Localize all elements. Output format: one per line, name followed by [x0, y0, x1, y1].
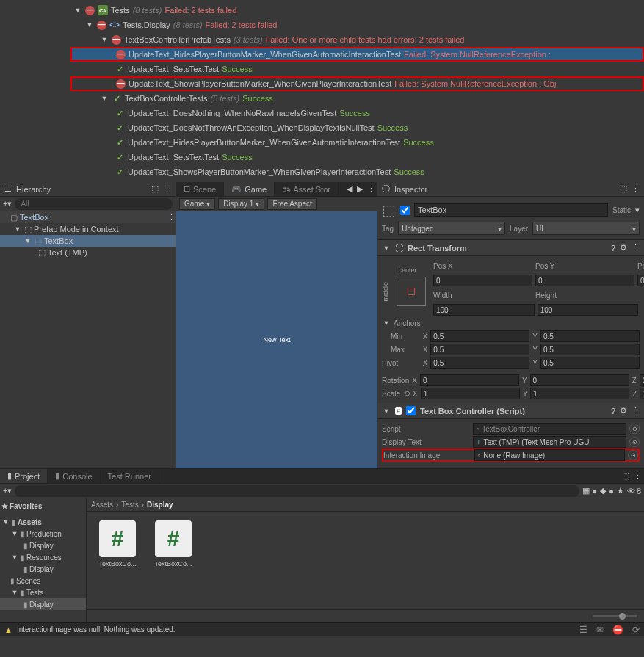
lock-icon[interactable]: ⬚ [151, 184, 159, 194]
asset-item[interactable]: #TextBoxCo... [151, 520, 195, 567]
tab-project[interactable]: ▮Project [0, 469, 48, 483]
layer-dropdown[interactable]: UI▾ [532, 222, 640, 235]
status-icon[interactable]: ✉ [596, 625, 604, 635]
scale-y[interactable] [530, 388, 629, 399]
help-icon[interactable]: ? [611, 244, 615, 253]
scale-z[interactable] [640, 388, 644, 399]
hierarchy-search[interactable] [15, 198, 173, 210]
scene-header[interactable]: ▢ TextBox ⋮ [0, 211, 176, 223]
menu-icon[interactable]: ⋮ [632, 184, 640, 194]
icon-size-slider[interactable] [593, 615, 637, 617]
menu-icon[interactable]: ⋮ [632, 406, 640, 415]
fold-icon[interactable]: ▼ [85, 21, 94, 29]
tab-scene[interactable]: ⊞Scene [176, 182, 224, 196]
tree-item[interactable]: ▼▮Production [0, 528, 86, 540]
fold-icon[interactable]: ▼ [73, 7, 82, 14]
prefab-mode-row[interactable]: ▼ ⬚ Prefab Mode in Context [0, 223, 176, 235]
posz-field[interactable] [637, 275, 644, 286]
anchor-max-y[interactable] [540, 344, 640, 355]
status-message[interactable]: InteractionImage was null. Nothing was u… [17, 625, 571, 634]
fold-icon[interactable]: ▼ [100, 95, 109, 102]
create-dropdown[interactable]: +▾ [3, 486, 12, 496]
crumb[interactable]: Tests [121, 501, 138, 509]
filter-icon[interactable]: ▦ [582, 486, 590, 496]
lock-icon[interactable]: ⬚ [620, 184, 627, 194]
create-dropdown[interactable]: +▾ [3, 199, 12, 208]
status-icon[interactable]: ☰ [579, 625, 587, 635]
component-enabled-checkbox[interactable] [406, 406, 416, 415]
tree-item[interactable]: ▮Display [0, 598, 86, 610]
menu-icon[interactable]: ⋮ [632, 243, 640, 253]
test-case-fail-2[interactable]: — UpdateText_ShowsPlayerButtonMarker_Whe… [70, 76, 644, 91]
fold-icon[interactable]: ▼ [10, 530, 19, 537]
fold-icon[interactable]: ▼ [382, 319, 391, 327]
rot-y[interactable] [530, 374, 629, 386]
static-dropdown[interactable]: ▾ [635, 206, 640, 215]
menu-icon[interactable]: ⋮ [163, 184, 171, 194]
interaction-image-field[interactable]: ▫None (Raw Image) [474, 449, 625, 461]
hierarchy-item-textbox[interactable]: ▼ ⬚ TextBox [0, 235, 176, 247]
game-viewport[interactable]: New Text [176, 211, 377, 468]
preset-icon[interactable]: ⚙ [620, 243, 627, 253]
test-namespace[interactable]: ▼ — <> Tests.Display (8 tests) Failed: 2… [70, 18, 644, 32]
fold-icon[interactable]: ▼ [23, 237, 32, 244]
pivot-y[interactable] [540, 357, 640, 369]
tab-game[interactable]: 🎮Game [224, 182, 275, 196]
prev-icon[interactable]: ◀ [344, 182, 355, 196]
test-case[interactable]: ✓UpdateText_ShowsPlayerButtonMarker_When… [70, 164, 644, 179]
crumb[interactable]: Assets [91, 501, 113, 509]
test-fixture-ctrl[interactable]: ▼ ✓ TextBoxControllerTests (5 tests) Suc… [70, 91, 644, 106]
fold-icon[interactable]: ▼ [10, 553, 19, 561]
anchor-max-x[interactable] [430, 344, 529, 355]
help-icon[interactable]: ? [611, 407, 615, 415]
fold-icon[interactable]: ▼ [382, 244, 391, 252]
fold-icon[interactable]: ▼ [10, 589, 19, 596]
tree-assets[interactable]: ▼▮Assets [0, 516, 86, 528]
object-name-field[interactable] [414, 203, 608, 217]
tree-item[interactable]: ▮Display [0, 540, 86, 551]
status-icon[interactable]: ⛔ [612, 625, 623, 635]
hidden-icon[interactable]: 👁8 [627, 487, 641, 496]
posx-field[interactable] [433, 275, 532, 286]
test-case[interactable]: ✓UpdateText_DoesNotThrowAnException_When… [70, 120, 644, 135]
tree-item[interactable]: ▼▮Tests [0, 587, 86, 598]
preset-icon[interactable]: ⚙ [620, 406, 627, 415]
pivot-x[interactable] [430, 357, 529, 369]
fold-icon[interactable]: ▼ [13, 225, 22, 233]
tree-item[interactable]: ▼▮Resources [0, 551, 86, 563]
link-icon[interactable]: ⟲ [403, 389, 410, 399]
project-search[interactable] [15, 485, 579, 497]
display-dropdown[interactable]: Display 1▾ [218, 198, 264, 210]
asset-item[interactable]: #TextBoxCo... [95, 520, 140, 567]
aspect-dropdown[interactable]: Free Aspect [267, 198, 316, 210]
menu-icon[interactable]: ⋮ [365, 182, 377, 196]
tab-asset-store[interactable]: 🛍Asset Stor [275, 182, 339, 196]
posy-field[interactable] [535, 275, 634, 286]
tab-console[interactable]: ▮Console [48, 469, 100, 483]
height-field[interactable] [538, 304, 639, 316]
tab-test-runner[interactable]: Test Runner [101, 469, 159, 483]
test-case[interactable]: ✓UpdateText_DoesNothing_WhenNoRawImageIs… [70, 106, 644, 120]
object-picker-icon[interactable]: ⊙ [628, 450, 638, 460]
test-case-fail-1[interactable]: — UpdateText_HidesPlayerButtonMarker_Whe… [70, 47, 644, 62]
filter-icon[interactable]: ◆ [600, 486, 606, 496]
menu-icon[interactable]: ⋮ [167, 213, 176, 222]
width-field[interactable] [433, 304, 535, 316]
save-icon[interactable]: ★ [617, 486, 624, 496]
scale-x[interactable] [421, 388, 520, 399]
test-fixture-prefab[interactable]: ▼ — TextBoxControllerPrefabTests (3 test… [70, 32, 644, 47]
next-icon[interactable]: ▶ [355, 182, 365, 196]
object-picker-icon[interactable]: ⊙ [629, 437, 640, 447]
filter-icon[interactable]: ● [593, 487, 598, 496]
anchor-min-y[interactable] [540, 330, 640, 342]
camera-dropdown[interactable]: Game▾ [179, 198, 215, 210]
anchor-preset-button[interactable] [397, 277, 426, 306]
fold-icon[interactable]: ▼ [382, 407, 391, 415]
anchor-min-x[interactable] [430, 330, 529, 342]
favorites-row[interactable]: ★Favorites [0, 500, 86, 512]
tag-dropdown[interactable]: Untagged▾ [398, 222, 505, 235]
menu-icon[interactable]: ⋮ [632, 469, 644, 483]
test-case[interactable]: ✓UpdateText_SetsTextTest Success [70, 150, 644, 164]
tree-item[interactable]: ▮Scenes [0, 575, 86, 587]
test-root[interactable]: ▼ — C# Tests (8 tests) Failed: 2 tests f… [70, 3, 644, 18]
